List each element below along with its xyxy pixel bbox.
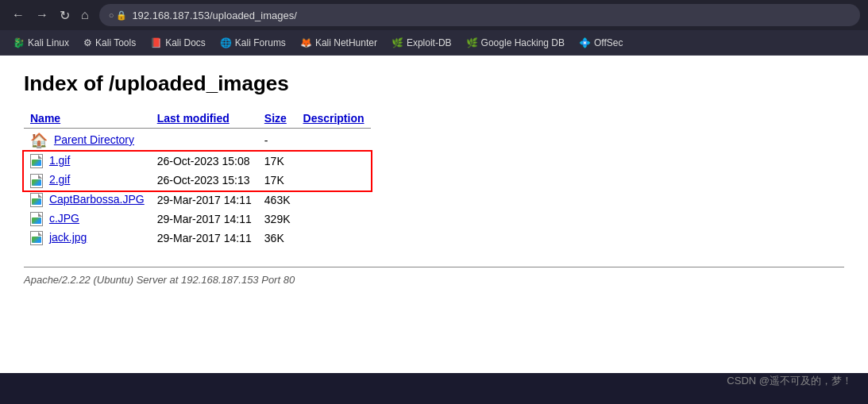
bookmark-label: Kali Docs (165, 37, 206, 48)
column-header-name[interactable]: Name (24, 109, 151, 129)
file-size-1gif: 17K (258, 152, 297, 171)
google-hacking-db-icon: 🌿 (466, 37, 478, 48)
parent-directory-desc (297, 129, 371, 152)
file-link-1gif[interactable]: 1.gif (49, 154, 70, 167)
image-file-icon (30, 193, 43, 207)
file-name-cell: jack.jpg (24, 229, 151, 248)
file-row-2gif: 2.gif 26-Oct-2023 15:13 17K (24, 171, 371, 190)
file-desc-captbarbossa (297, 190, 371, 210)
file-link-2gif[interactable]: 2.gif (49, 173, 70, 186)
bookmark-google-hacking-db[interactable]: 🌿 Google Hacking DB (460, 36, 571, 50)
parent-directory-link[interactable]: Parent Directory (54, 133, 134, 146)
bookmark-kali-forums[interactable]: 🌐 Kali Forums (214, 36, 292, 50)
bookmark-offsec[interactable]: 💠 OffSec (573, 36, 629, 50)
server-footer: Apache/2.2.22 (Ubuntu) Server at 192.168… (24, 267, 844, 286)
bookmark-kali-tools[interactable]: ⚙ Kali Tools (77, 36, 142, 50)
kali-tools-icon: ⚙ (83, 37, 92, 48)
file-name-cell: CaptBarbossa.JPG (24, 190, 151, 210)
kali-linux-icon: 🐉 (13, 37, 25, 48)
column-header-last-modified[interactable]: Last modified (151, 109, 258, 129)
file-modified-2gif: 26-Oct-2023 15:13 (151, 171, 258, 190)
bookmark-label: OffSec (594, 37, 623, 48)
bookmark-label: Kali Tools (95, 37, 136, 48)
file-row-captbarbossa: CaptBarbossa.JPG 29-Mar-2017 14:11 463K (24, 190, 371, 210)
security-indicator: ○ 🔒 (109, 10, 128, 21)
bookmark-label: Exploit-DB (407, 37, 452, 48)
parent-directory-modified (151, 129, 258, 152)
folder-icon: 🏠 (30, 133, 48, 148)
image-file-icon (30, 231, 43, 245)
bookmarks-bar: 🐉 Kali Linux ⚙ Kali Tools 📕 Kali Docs 🌐 … (0, 30, 868, 56)
parent-directory-cell: 🏠 Parent Directory (24, 129, 151, 152)
file-modified-captbarbossa: 29-Mar-2017 14:11 (151, 190, 258, 210)
file-desc-1gif (297, 152, 371, 171)
bookmark-label: Kali NetHunter (315, 37, 377, 48)
bookmark-kali-linux[interactable]: 🐉 Kali Linux (6, 36, 75, 50)
file-listing-table: Name Last modified Size Description 🏠 Pa… (24, 109, 371, 248)
image-file-icon (30, 174, 43, 188)
file-size-2gif: 17K (258, 171, 297, 190)
file-row-jackjpg: jack.jpg 29-Mar-2017 14:11 36K (24, 229, 371, 248)
url-input[interactable] (132, 10, 851, 21)
file-name-cell: 1.gif (24, 152, 151, 171)
nav-buttons: ← → ↻ ⌂ (8, 6, 93, 25)
file-size-captbarbossa: 463K (258, 190, 297, 210)
image-file-icon (30, 154, 43, 168)
file-desc-jackjpg (297, 229, 371, 248)
file-link-cjpg[interactable]: c.JPG (49, 212, 79, 225)
file-modified-jackjpg: 29-Mar-2017 14:11 (151, 229, 258, 248)
home-button[interactable]: ⌂ (77, 6, 93, 24)
file-row-cjpg: c.JPG 29-Mar-2017 14:11 329K (24, 210, 371, 229)
parent-directory-row: 🏠 Parent Directory - (24, 129, 371, 152)
bookmark-kali-docs[interactable]: 📕 Kali Docs (144, 36, 212, 50)
file-modified-cjpg: 29-Mar-2017 14:11 (151, 210, 258, 229)
image-file-icon (30, 212, 43, 226)
browser-toolbar: ← → ↻ ⌂ ○ 🔒 (0, 0, 868, 30)
browser-window: ← → ↻ ⌂ ○ 🔒 🐉 Kali Linux ⚙ Kali Tools 📕 … (0, 0, 868, 373)
kali-forums-icon: 🌐 (220, 37, 232, 48)
table-header-row: Name Last modified Size Description (24, 109, 371, 129)
file-desc-cjpg (297, 210, 371, 229)
page-content: Index of /uploaded_images Name Last modi… (0, 56, 868, 373)
file-link-captbarbossa[interactable]: CaptBarbossa.JPG (49, 193, 145, 206)
file-desc-2gif (297, 171, 371, 190)
bookmark-label: Google Hacking DB (481, 37, 565, 48)
file-size-jackjpg: 36K (258, 229, 297, 248)
offsec-icon: 💠 (579, 37, 591, 48)
back-button[interactable]: ← (8, 6, 29, 24)
exploit-db-icon: 🌿 (392, 37, 403, 48)
bookmark-exploit-db[interactable]: 🌿 Exploit-DB (385, 36, 458, 50)
column-header-description[interactable]: Description (297, 109, 371, 129)
bookmark-label: Kali Forums (235, 37, 286, 48)
column-header-size[interactable]: Size (258, 109, 297, 129)
reload-button[interactable]: ↻ (56, 6, 74, 25)
file-name-cell: c.JPG (24, 210, 151, 229)
parent-directory-size: - (258, 129, 297, 152)
file-name-cell: 2.gif (24, 171, 151, 190)
kali-docs-icon: 📕 (150, 37, 162, 48)
kali-nethunter-icon: 🦊 (300, 37, 312, 48)
file-link-jackjpg[interactable]: jack.jpg (49, 231, 87, 244)
bookmark-kali-nethunter[interactable]: 🦊 Kali NetHunter (294, 36, 384, 50)
file-size-cjpg: 329K (258, 210, 297, 229)
page-title: Index of /uploaded_images (24, 71, 844, 96)
forward-button[interactable]: → (32, 6, 52, 24)
file-modified-1gif: 26-Oct-2023 15:08 (151, 152, 258, 171)
address-bar[interactable]: ○ 🔒 (99, 4, 860, 26)
file-row-1gif: 1.gif 26-Oct-2023 15:08 17K (24, 152, 371, 171)
bookmark-label: Kali Linux (28, 37, 69, 48)
